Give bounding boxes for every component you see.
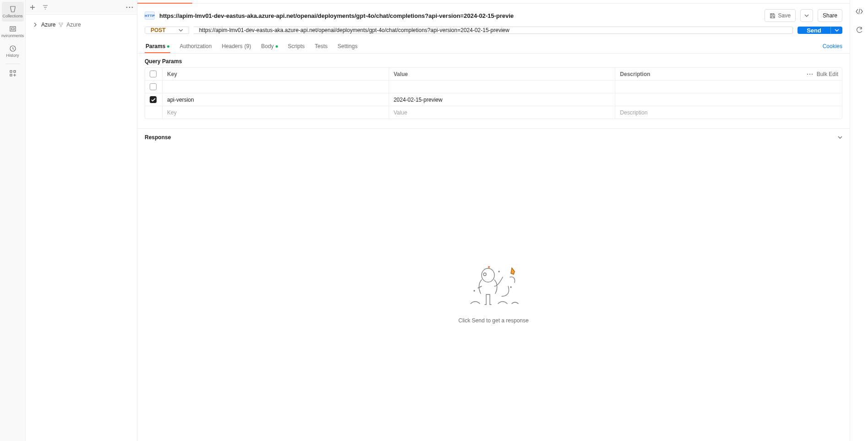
- rail-environments-label: nvironments: [1, 34, 24, 38]
- tab-settings[interactable]: Settings: [337, 39, 358, 53]
- param-value-cell[interactable]: Value: [389, 106, 616, 119]
- sidebar: Azure Azure: [26, 0, 137, 441]
- sidebar-more-button[interactable]: [126, 6, 133, 8]
- more-horizontal-icon: [126, 6, 133, 8]
- response-empty-hint: Click Send to get a response: [458, 317, 528, 324]
- new-button[interactable]: [29, 4, 36, 11]
- cookies-link[interactable]: Cookies: [823, 39, 842, 53]
- tab-tests[interactable]: Tests: [314, 39, 329, 53]
- param-description-cell[interactable]: [615, 93, 842, 106]
- param-key-placeholder: Key: [167, 109, 177, 116]
- chevron-down-icon: [804, 14, 809, 17]
- filter-icon: [42, 4, 49, 11]
- params-header-description: Description Bulk Edit: [615, 68, 842, 81]
- params-header-value: Value: [389, 68, 616, 81]
- svg-rect-0: [10, 27, 16, 31]
- more-horizontal-icon: [807, 73, 813, 75]
- astronaut-illustration-icon: [466, 263, 521, 309]
- tab-authorization[interactable]: Authorization: [179, 39, 212, 53]
- tabstrip: [137, 0, 850, 4]
- tab-headers[interactable]: Headers (9): [221, 39, 252, 53]
- params-more-button[interactable]: [807, 73, 813, 75]
- select-all-checkbox[interactable]: [150, 71, 157, 77]
- param-description-cell[interactable]: [615, 81, 842, 93]
- param-key-cell[interactable]: Key: [163, 106, 389, 119]
- svg-point-19: [510, 287, 511, 288]
- params-row: [145, 81, 842, 93]
- params-row-checkbox-cell: [145, 81, 163, 93]
- params-row-checkbox-cell: [145, 93, 163, 106]
- refresh-button[interactable]: [856, 27, 863, 33]
- main: HTTP https://apim-lmv01-dev-eastus-aka.a…: [137, 0, 850, 441]
- collection-tree: Azure Azure: [26, 15, 137, 441]
- bulk-edit-button[interactable]: Bulk Edit: [817, 71, 838, 77]
- svg-point-13: [809, 73, 810, 74]
- param-key-cell[interactable]: api-version: [163, 93, 389, 106]
- param-key-cell[interactable]: [163, 81, 389, 93]
- request-header: HTTP https://apim-lmv01-dev-eastus-aka.a…: [137, 4, 850, 27]
- svg-point-10: [62, 23, 63, 24]
- share-button[interactable]: Share: [818, 9, 842, 22]
- send-button[interactable]: Send: [797, 27, 830, 34]
- svg-point-7: [129, 6, 130, 8]
- tree-item-label: Azure: [41, 22, 55, 28]
- rail-history-label: History: [6, 54, 19, 58]
- send-group: Send: [797, 27, 842, 34]
- tab-params[interactable]: Params: [145, 39, 170, 53]
- chevron-down-icon: [179, 29, 183, 32]
- chevron-right-icon: [34, 22, 38, 27]
- param-value-cell[interactable]: [389, 81, 616, 93]
- param-checkbox[interactable]: [150, 83, 157, 90]
- tab-body[interactable]: Body: [260, 39, 278, 53]
- rail-collections[interactable]: Collections: [2, 2, 24, 22]
- history-icon: [9, 45, 16, 52]
- chevron-down-icon: [838, 136, 842, 139]
- save-icon: [770, 13, 776, 19]
- params-header-key: Key: [163, 68, 389, 81]
- right-rail: [850, 0, 868, 441]
- params-row-checkbox-cell: [145, 106, 163, 119]
- svg-point-14: [812, 73, 813, 74]
- filter-button[interactable]: [42, 4, 49, 11]
- rail-environments[interactable]: nvironments: [2, 22, 24, 41]
- send-dropdown-button[interactable]: [830, 27, 842, 34]
- svg-rect-5: [10, 74, 12, 76]
- svg-rect-1: [11, 28, 14, 30]
- save-button-label: Save: [778, 12, 791, 19]
- param-checkbox[interactable]: [150, 96, 157, 103]
- response-empty-state: Click Send to get a response: [137, 146, 850, 441]
- tab-params-label: Params: [146, 43, 165, 49]
- rail-collections-label: Collections: [2, 14, 22, 19]
- param-value-cell[interactable]: 2024-02-15-preview: [389, 93, 616, 106]
- svg-point-18: [474, 290, 475, 291]
- tree-item-azure[interactable]: Azure Azure: [26, 18, 137, 31]
- method-selector[interactable]: POST: [145, 27, 189, 34]
- response-label: Response: [145, 134, 171, 141]
- config-tabs: Params Authorization Headers (9) Body Sc…: [137, 39, 850, 54]
- rail-history[interactable]: History: [2, 41, 24, 61]
- tab-scripts[interactable]: Scripts: [287, 39, 306, 53]
- params-header-row: Key Value Description Bulk Edit: [145, 68, 842, 81]
- apps-grid-icon: [9, 70, 16, 77]
- response-collapse-button[interactable]: [838, 136, 842, 139]
- tab-headers-count: (9): [244, 43, 251, 49]
- body-activity-dot-icon: [276, 45, 278, 48]
- tree-item-sub-label: Azure: [66, 22, 81, 28]
- sidebar-toolbar: [26, 0, 137, 15]
- tab-headers-label: Headers: [222, 43, 242, 49]
- rail-separator: [5, 64, 20, 64]
- svg-point-9: [59, 23, 60, 24]
- params-table: Key Value Description Bulk Edit: [145, 67, 842, 119]
- url-input[interactable]: [194, 27, 793, 34]
- share-button-label: Share: [823, 12, 837, 19]
- code-snippet-button[interactable]: [856, 8, 863, 15]
- param-description-cell[interactable]: Description: [615, 106, 842, 119]
- refresh-icon: [856, 27, 863, 33]
- save-button[interactable]: Save: [765, 9, 796, 22]
- svg-point-11: [60, 26, 62, 27]
- http-badge: HTTP: [145, 11, 155, 20]
- rail-more-apps[interactable]: [2, 67, 24, 80]
- request-tab-title: https://apim-lmv01-dev-eastus-aka.azure-…: [159, 12, 760, 19]
- save-dropdown-button[interactable]: [800, 9, 813, 22]
- tab-body-label: Body: [261, 43, 273, 49]
